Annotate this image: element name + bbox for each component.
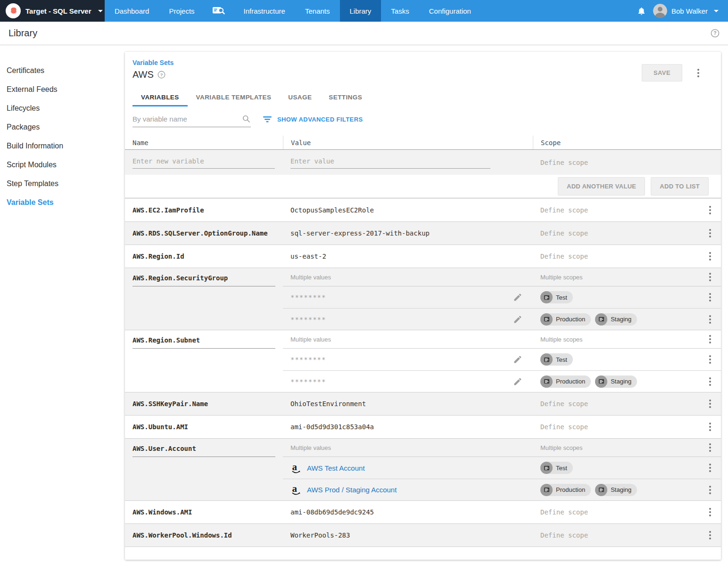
account-link[interactable]: AWS Test Account xyxy=(307,464,365,472)
help-icon[interactable]: ? xyxy=(711,29,720,38)
nav-item-tenants[interactable]: Tenants xyxy=(295,0,340,22)
page-title-bar: Library ? xyxy=(0,22,728,45)
overflow-menu-icon[interactable] xyxy=(704,251,716,262)
edit-pencil-icon[interactable] xyxy=(513,377,522,386)
add-to-list-button[interactable]: ADD TO LIST xyxy=(651,177,709,196)
sidebar-item-certificates[interactable]: Certificates xyxy=(7,61,125,80)
edit-pencil-icon[interactable] xyxy=(513,315,522,324)
new-variable-value-input[interactable] xyxy=(290,157,490,169)
overflow-menu-icon[interactable] xyxy=(704,484,716,496)
nav-search-icon[interactable] xyxy=(205,0,234,22)
variable-value[interactable]: sql-server-express-2017-with-backup xyxy=(283,229,533,237)
scope-chip-production[interactable]: Production xyxy=(540,484,591,496)
variable-name[interactable]: AWS.Region.SecurityGroup xyxy=(132,274,275,286)
search-input[interactable] xyxy=(132,115,241,123)
variable-name[interactable]: AWS.Region.Id xyxy=(125,253,283,260)
sidebar-item-step-templates[interactable]: Step Templates xyxy=(7,174,125,193)
show-advanced-filters[interactable]: SHOW ADVANCED FILTERS xyxy=(263,116,363,127)
scope-chip-staging[interactable]: Staging xyxy=(595,375,637,388)
table-row: AWS.EC2.IamProfileOctopusSamplesEC2RoleD… xyxy=(125,198,721,221)
overflow-menu-icon[interactable] xyxy=(704,334,716,345)
multiple-values-label: Multiple values xyxy=(283,274,533,281)
tab-variable-templates[interactable]: VARIABLE TEMPLATES xyxy=(188,89,280,106)
tab-usage[interactable]: USAGE xyxy=(280,89,320,106)
breadcrumb[interactable]: Variable Sets xyxy=(132,59,174,66)
scope-chip-test[interactable]: Test xyxy=(540,353,573,366)
scope-chips: Test xyxy=(533,462,699,474)
new-variable-name-input[interactable] xyxy=(132,157,275,169)
define-scope-placeholder[interactable]: Define scope xyxy=(533,253,699,260)
sidebar-item-external-feeds[interactable]: External Feeds xyxy=(7,80,125,99)
sidebar-item-script-modules[interactable]: Script Modules xyxy=(7,155,125,174)
overflow-menu-icon[interactable] xyxy=(693,67,704,79)
nav-item-dashboard[interactable]: Dashboard xyxy=(105,0,159,22)
sidebar-item-lifecycles[interactable]: Lifecycles xyxy=(7,99,125,118)
define-scope-placeholder[interactable]: Define scope xyxy=(533,531,699,539)
variable-name[interactable]: AWS.Region.Subnet xyxy=(132,336,275,349)
scope-chip-label: Staging xyxy=(611,316,631,323)
nav-item-library[interactable]: Library xyxy=(340,0,381,22)
define-scope-placeholder[interactable]: Define scope xyxy=(533,229,699,237)
overflow-menu-icon[interactable] xyxy=(704,228,716,239)
overflow-menu-icon[interactable] xyxy=(704,292,716,303)
variable-value[interactable]: OhioTestEnvironment xyxy=(283,400,533,408)
overflow-menu-icon[interactable] xyxy=(704,271,716,283)
add-another-value-button[interactable]: ADD ANOTHER VALUE xyxy=(558,177,645,196)
overflow-menu-icon[interactable] xyxy=(704,354,716,365)
overflow-menu-icon[interactable] xyxy=(704,506,716,518)
scope-chip-staging[interactable]: Staging xyxy=(595,313,637,326)
variable-value[interactable]: us-east-2 xyxy=(283,253,533,260)
help-icon[interactable]: ? xyxy=(157,71,165,79)
value-cell: ******** xyxy=(283,293,533,302)
overflow-menu-icon[interactable] xyxy=(704,442,716,453)
define-scope-placeholder[interactable]: Define scope xyxy=(533,206,699,214)
overflow-menu-icon[interactable] xyxy=(704,530,716,541)
nav-item-infrastructure[interactable]: Infrastructure xyxy=(234,0,295,22)
variable-name[interactable]: AWS.Ubuntu.AMI xyxy=(125,423,283,431)
overflow-menu-icon[interactable] xyxy=(704,398,716,409)
variable-name-cell: AWS.Region.SecurityGroup xyxy=(125,268,283,286)
variable-value[interactable]: ami-0d5d9d301c853a04a xyxy=(283,423,533,431)
overflow-menu-icon[interactable] xyxy=(704,376,716,387)
variable-name[interactable]: AWS.User.Account xyxy=(132,445,275,457)
sidebar-item-variable-sets[interactable]: Variable Sets xyxy=(7,193,125,212)
define-scope-placeholder[interactable]: Define scope xyxy=(533,400,699,408)
tab-variables[interactable]: VARIABLES xyxy=(132,89,188,106)
account-link[interactable]: AWS Prod / Staging Account xyxy=(307,486,397,494)
scope-chip-production[interactable]: Production xyxy=(540,375,591,388)
edit-pencil-icon[interactable] xyxy=(513,293,522,302)
variable-value[interactable]: ami-08db69d5de9dc9245 xyxy=(283,508,533,516)
table-row-group: AWS.Region.SecurityGroupMultiple valuesM… xyxy=(125,268,721,330)
variable-name[interactable]: AWS.RDS.SQLServer.OptionGroup.Name xyxy=(125,229,283,237)
scope-chip-test[interactable]: Test xyxy=(540,291,573,303)
sidebar-item-packages[interactable]: Packages xyxy=(7,118,125,137)
save-button[interactable]: SAVE xyxy=(642,64,682,82)
scope-chip-production[interactable]: Production xyxy=(540,313,591,326)
variable-value[interactable]: WorkerPools-283 xyxy=(283,531,533,539)
nav-item-configuration[interactable]: Configuration xyxy=(419,0,481,22)
overflow-menu-icon[interactable] xyxy=(704,462,716,473)
define-scope-placeholder[interactable]: Define scope xyxy=(533,508,699,516)
sidebar-item-build-information[interactable]: Build Information xyxy=(7,137,125,155)
variable-name[interactable]: AWS.WorkerPool.Windows.Id xyxy=(125,531,283,539)
scope-chip-staging[interactable]: Staging xyxy=(595,484,637,496)
nav-item-tasks[interactable]: Tasks xyxy=(381,0,419,22)
scope-chip-test[interactable]: Test xyxy=(540,462,573,474)
tab-settings[interactable]: SETTINGS xyxy=(320,89,371,106)
variable-name[interactable]: AWS.Windows.AMI xyxy=(125,508,283,516)
define-scope-placeholder[interactable]: Define scope xyxy=(533,423,699,431)
variable-value[interactable]: OctopusSamplesEC2Role xyxy=(283,206,533,214)
user-menu[interactable]: Bob Walker xyxy=(653,4,719,18)
space-switcher[interactable]: Target - SQL Server xyxy=(0,0,105,22)
edit-pencil-icon[interactable] xyxy=(513,355,522,364)
overflow-menu-icon[interactable] xyxy=(704,204,716,216)
nav-item-projects[interactable]: Projects xyxy=(159,0,204,22)
define-scope-placeholder[interactable]: Define scope xyxy=(533,159,699,166)
bell-icon[interactable] xyxy=(637,6,646,16)
value-cell: aAWS Test Account xyxy=(283,462,533,474)
variable-name[interactable]: AWS.EC2.IamProfile xyxy=(125,206,283,214)
overflow-menu-icon[interactable] xyxy=(704,314,716,325)
variable-name[interactable]: AWS.SSHKeyPair.Name xyxy=(125,400,283,408)
scope-chips: Test xyxy=(533,291,699,303)
overflow-menu-icon[interactable] xyxy=(704,421,716,432)
